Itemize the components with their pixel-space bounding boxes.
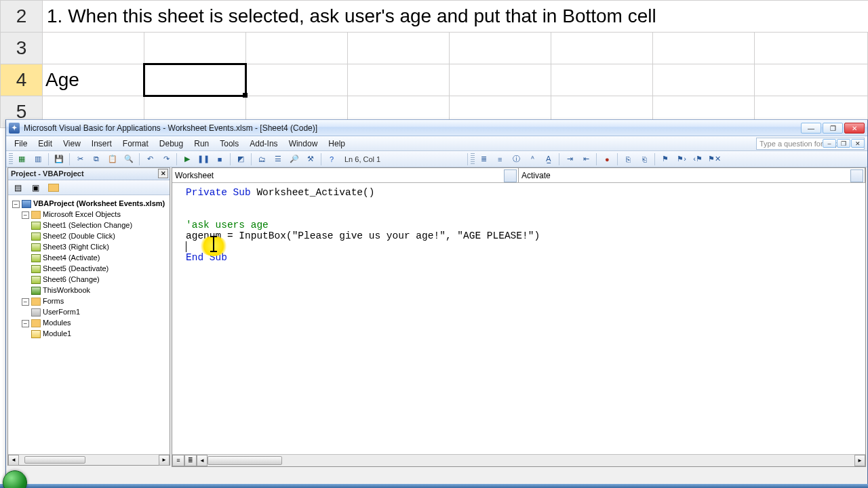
cell-E3[interactable] [450, 33, 551, 64]
toggle-folders-icon[interactable] [46, 182, 60, 194]
uncomment-block-icon[interactable]: ⎗ [637, 152, 652, 166]
row-header-4[interactable]: 4 [1, 64, 43, 96]
scroll-left-icon[interactable]: ◄ [8, 455, 19, 466]
scroll-right-icon[interactable]: ► [854, 455, 865, 466]
outdent-icon[interactable]: ⇤ [578, 152, 593, 166]
run-icon[interactable]: ▶ [180, 152, 195, 166]
parameter-info-icon[interactable]: ᴬ [525, 152, 540, 166]
cell-D3[interactable] [348, 33, 450, 64]
undo-icon[interactable]: ↶ [142, 152, 157, 166]
tree-sheet1[interactable]: Sheet1 (Selection Change) [43, 221, 132, 229]
toolbar-grip[interactable] [9, 153, 13, 165]
list-constants-icon[interactable]: ≡ [492, 152, 507, 166]
minimize-button[interactable]: — [801, 123, 821, 134]
bookmark-clear-icon[interactable]: ⚑✕ [707, 152, 722, 166]
scroll-thumb[interactable] [208, 456, 282, 465]
tree-excel-objects[interactable]: Microsoft Excel Objects [43, 210, 121, 218]
scroll-right-icon[interactable]: ► [159, 455, 170, 466]
mdi-minimize-button[interactable]: – [823, 139, 836, 148]
menu-file[interactable]: File [9, 138, 33, 150]
bookmark-next-icon[interactable]: ⚑› [674, 152, 689, 166]
project-explorer-title[interactable]: Project - VBAProject ✕ [8, 168, 170, 180]
collapse-project-icon[interactable]: − [12, 201, 20, 208]
collapse-forms-icon[interactable]: − [22, 298, 29, 306]
cell-E4[interactable] [450, 64, 551, 96]
mdi-close-button[interactable]: ✕ [851, 139, 865, 148]
menu-insert[interactable]: Insert [86, 138, 117, 150]
list-properties-icon[interactable]: ≣ [476, 152, 491, 166]
code-editor[interactable]: Private Sub Worksheet_Activate() 'ask us… [172, 183, 865, 454]
cell-H4[interactable] [755, 64, 868, 96]
save-icon[interactable]: 💾 [52, 152, 66, 166]
instruction-cell[interactable]: 1. When this sheet is selected, ask user… [43, 1, 868, 33]
scroll-thumb[interactable] [24, 456, 85, 464]
tree-modules[interactable]: Modules [43, 319, 71, 327]
cell-C4[interactable] [246, 64, 348, 96]
reset-icon[interactable]: ■ [212, 152, 227, 166]
tree-sheet3[interactable]: Sheet3 (Right Click) [43, 243, 109, 251]
redo-icon[interactable]: ↷ [159, 152, 174, 166]
cell-A4-age-label[interactable]: Age [43, 64, 144, 96]
menu-tools[interactable]: Tools [214, 138, 244, 150]
break-icon[interactable]: ❚❚ [196, 152, 211, 166]
design-mode-icon[interactable]: ◩ [233, 152, 248, 166]
cell-A3[interactable] [43, 33, 144, 64]
cell-B3[interactable] [144, 33, 246, 64]
row-header-3[interactable]: 3 [1, 33, 43, 64]
code-horizontal-scrollbar[interactable]: ≡ ≣ ◄ ► [172, 454, 865, 466]
cell-D4[interactable] [348, 64, 450, 96]
tree-module1[interactable]: Module1 [43, 329, 71, 338]
project-explorer-icon[interactable]: 🗂 [254, 152, 269, 166]
maximize-button[interactable]: ❐ [823, 123, 843, 134]
menu-window[interactable]: Window [283, 138, 323, 150]
find-icon[interactable]: 🔍 [121, 152, 136, 166]
cell-B4-selected[interactable] [144, 64, 246, 96]
tree-sheet6[interactable]: Sheet6 (Change) [43, 275, 100, 283]
tree-forms[interactable]: Forms [43, 297, 64, 305]
menu-debug[interactable]: Debug [154, 138, 189, 150]
full-module-view-icon[interactable]: ≣ [184, 455, 197, 466]
menu-addins[interactable]: Add-Ins [244, 138, 283, 150]
complete-word-icon[interactable]: A̲ [541, 152, 556, 166]
view-code-icon[interactable]: ▤ [11, 182, 24, 194]
object-dropdown[interactable]: Worksheet [172, 168, 519, 182]
bookmark-prev-icon[interactable]: ‹⚑ [690, 152, 705, 166]
tree-thisworkbook[interactable]: ThisWorkbook [43, 286, 90, 294]
vbe-titlebar[interactable]: ✦ Microsoft Visual Basic for Application… [6, 120, 867, 136]
windows-taskbar[interactable] [0, 484, 868, 488]
properties-window-icon[interactable]: ☰ [271, 152, 285, 166]
project-explorer-scrollbar[interactable]: ◄ ► [8, 454, 170, 465]
cut-icon[interactable]: ✂ [73, 152, 87, 166]
mdi-restore-button[interactable]: ❐ [837, 139, 850, 148]
menu-edit[interactable]: Edit [33, 138, 58, 150]
copy-icon[interactable]: ⧉ [89, 152, 104, 166]
collapse-excel-objects-icon[interactable]: − [22, 211, 29, 219]
cell-H3[interactable] [755, 33, 868, 64]
project-root[interactable]: VBAProject (Worksheet Events.xlsm) [33, 199, 165, 207]
menu-help[interactable]: Help [323, 138, 351, 150]
project-tree[interactable]: −VBAProject (Worksheet Events.xlsm) −Mic… [8, 195, 170, 454]
comment-block-icon[interactable]: ⎘ [620, 152, 635, 166]
indent-icon[interactable]: ⇥ [562, 152, 577, 166]
row-header-2[interactable]: 2 [1, 1, 43, 33]
quick-info-icon[interactable]: ⓘ [509, 152, 524, 166]
bookmark-toggle-icon[interactable]: ⚑ [658, 152, 673, 166]
procedure-view-icon[interactable]: ≡ [172, 455, 184, 466]
edit-toolbar-grip[interactable] [471, 153, 475, 165]
cell-C3[interactable] [246, 33, 348, 64]
menu-run[interactable]: Run [189, 138, 214, 150]
object-browser-icon[interactable]: 🔎 [287, 152, 302, 166]
cell-F3[interactable] [551, 33, 653, 64]
menu-format[interactable]: Format [117, 138, 154, 150]
toolbox-icon[interactable]: ⚒ [303, 152, 318, 166]
close-button[interactable]: ✕ [844, 123, 865, 134]
cell-G3[interactable] [653, 33, 755, 64]
scroll-left-icon[interactable]: ◄ [197, 455, 208, 466]
menu-view[interactable]: View [58, 138, 86, 150]
insert-module-icon[interactable]: ▥ [31, 152, 45, 166]
view-object-icon[interactable]: ▣ [28, 182, 42, 194]
tree-sheet2[interactable]: Sheet2 (Double Click) [43, 232, 115, 240]
view-excel-icon[interactable]: ▦ [14, 152, 29, 166]
tree-sheet4[interactable]: Sheet4 (Activate) [43, 253, 100, 262]
tree-userform1[interactable]: UserForm1 [43, 308, 80, 316]
